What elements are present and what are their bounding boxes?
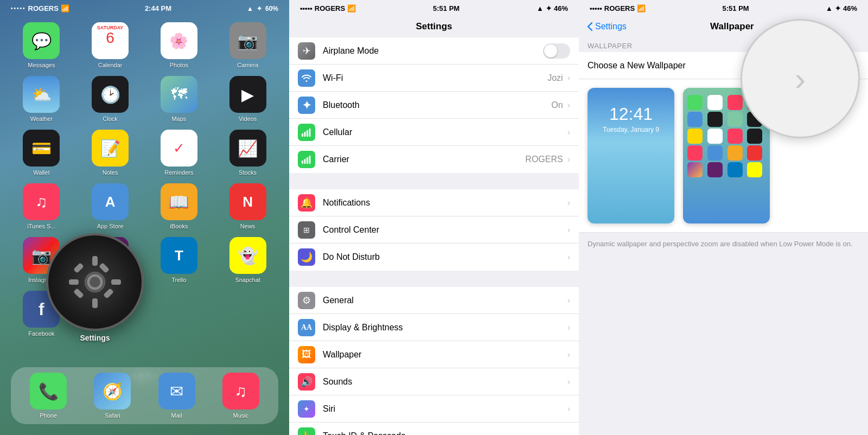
app-notes[interactable]: 📝 Notes bbox=[80, 130, 141, 176]
time-home: 2:44 PM bbox=[145, 4, 171, 12]
signal-icon-wp: ▲ bbox=[826, 4, 833, 12]
app-weather[interactable]: ⛅ Weather bbox=[11, 76, 72, 122]
svg-rect-13 bbox=[307, 130, 308, 137]
snapchat-icon: 👻 bbox=[229, 237, 266, 274]
control-center-icon: ⊞ bbox=[298, 221, 315, 239]
svg-rect-11 bbox=[302, 133, 303, 137]
carrier-settings: ROGERS bbox=[315, 4, 345, 12]
settings-row-cellular[interactable]: Cellular › bbox=[289, 119, 579, 146]
dnd-icon: 🌙 bbox=[298, 248, 315, 266]
safari-icon: 🧭 bbox=[94, 373, 131, 410]
mini-icon-15 bbox=[727, 145, 743, 161]
settings-row-notifications[interactable]: 🔔 Notifications › bbox=[289, 189, 579, 216]
mini-icon-12 bbox=[747, 129, 762, 144]
settings-status-bar: ••••• ROGERS 📶 5:51 PM ▲ ✦ 46% bbox=[289, 0, 579, 17]
dock-phone[interactable]: 📞 Phone bbox=[30, 373, 67, 419]
app-wallet[interactable]: 💳 Wallet bbox=[11, 130, 72, 176]
stocks-icon: 📈 bbox=[229, 130, 266, 167]
bluetooth-icon-home: ✦ bbox=[257, 5, 262, 12]
settings-row-general[interactable]: ⚙ General › bbox=[289, 287, 579, 314]
wifi-value: Jozi bbox=[547, 73, 563, 83]
wallet-icon: 💳 bbox=[23, 130, 60, 167]
mini-icon-11 bbox=[727, 129, 743, 144]
app-snapchat[interactable]: 👻 Snapchat bbox=[217, 237, 278, 283]
settings-row-dnd[interactable]: 🌙 Do Not Disturb › bbox=[289, 244, 579, 271]
app-appstore[interactable]: A App Store bbox=[80, 183, 141, 229]
signal-dots: ••••• bbox=[11, 5, 26, 11]
app-videos[interactable]: ▶ Videos bbox=[217, 76, 278, 122]
camera-icon: 📷 bbox=[229, 22, 266, 59]
app-photos[interactable]: 🌸 Photos bbox=[149, 22, 210, 68]
mini-icon-3 bbox=[727, 95, 743, 110]
wifi-chevron: › bbox=[567, 73, 570, 83]
app-itunes[interactable]: ♫ iTunes S... bbox=[11, 183, 72, 229]
battery-home: 60% bbox=[265, 5, 278, 12]
svg-rect-5 bbox=[73, 263, 84, 273]
dock-music[interactable]: ♫ Music bbox=[222, 373, 259, 419]
dock-mail[interactable]: ✉ Mail bbox=[158, 373, 195, 419]
settings-row-carrier[interactable]: Carrier ROGERS › bbox=[289, 146, 579, 173]
ibooks-icon: 📖 bbox=[161, 183, 197, 220]
bluetooth-label: Bluetooth bbox=[323, 100, 551, 110]
signal-dots-settings: ••••• bbox=[300, 4, 312, 12]
dnd-label: Do Not Disturb bbox=[323, 252, 567, 262]
general-label: General bbox=[323, 296, 567, 305]
wifi-icon: 📶 bbox=[61, 4, 69, 12]
phone-label: Phone bbox=[40, 412, 57, 419]
settings-row-control[interactable]: ⊞ Control Center › bbox=[289, 216, 579, 244]
app-reminders[interactable]: ✓ Reminders bbox=[149, 130, 210, 176]
wallpaper-icon: 🖼 bbox=[298, 346, 315, 363]
app-camera[interactable]: 📷 Camera bbox=[217, 22, 278, 68]
notifications-label: Notifications bbox=[323, 198, 567, 208]
app-messages[interactable]: 💬 Messages bbox=[11, 22, 72, 68]
settings-row-airplane[interactable]: ✈ Airplane Mode bbox=[289, 37, 579, 65]
news-icon: N bbox=[229, 183, 266, 220]
clock-label: Clock bbox=[103, 116, 118, 122]
settings-screen: ••••• ROGERS 📶 5:51 PM ▲ ✦ 46% Settings … bbox=[289, 0, 579, 435]
back-button[interactable]: Settings bbox=[588, 22, 627, 31]
settings-row-siri[interactable]: ✦ Siri › bbox=[289, 395, 579, 423]
svg-rect-16 bbox=[304, 159, 306, 164]
home-status-bar: ••••• ROGERS 📶 2:44 PM ▲ ✦ 60% bbox=[0, 0, 289, 17]
bluetooth-icon-wp: ✦ bbox=[835, 4, 841, 12]
section-gap-1 bbox=[289, 173, 579, 189]
app-ibooks[interactable]: 📖 iBooks bbox=[149, 183, 210, 229]
camera-label: Camera bbox=[237, 62, 258, 68]
app-trello[interactable]: T Trello bbox=[149, 237, 210, 283]
settings-row-display[interactable]: AA Display & Brightness › bbox=[289, 314, 579, 341]
settings-row-touchid[interactable]: 👆 Touch ID & Passcode › bbox=[289, 423, 579, 435]
airplane-toggle[interactable] bbox=[543, 43, 570, 59]
news-label: News bbox=[240, 223, 256, 229]
mini-icon-19 bbox=[727, 162, 743, 177]
ibooks-label: iBooks bbox=[170, 223, 188, 229]
dock-safari[interactable]: 🧭 Safari bbox=[94, 373, 131, 419]
mini-icon-7 bbox=[727, 112, 743, 127]
carrier-icon bbox=[298, 151, 315, 168]
settings-row-sounds[interactable]: 🔊 Sounds › bbox=[289, 368, 579, 395]
notes-icon: 📝 bbox=[92, 130, 129, 167]
app-news[interactable]: N News bbox=[217, 183, 278, 229]
reminders-label: Reminders bbox=[164, 169, 193, 176]
app-stocks[interactable]: 📈 Stocks bbox=[217, 130, 278, 176]
mini-icon-1 bbox=[687, 95, 703, 110]
cellular-icon bbox=[298, 124, 315, 141]
wifi-row-icon bbox=[298, 69, 315, 87]
settings-overlay[interactable]: Settings bbox=[46, 233, 144, 331]
settings-row-wifi[interactable]: Wi-Fi Jozi › bbox=[289, 65, 579, 92]
signal-icon: ▲ bbox=[247, 5, 253, 12]
mini-icon-5 bbox=[687, 112, 703, 127]
app-calendar[interactable]: Saturday 6 Calendar bbox=[80, 22, 141, 68]
settings-row-bluetooth[interactable]: ✦ Bluetooth On › bbox=[289, 92, 579, 119]
svg-rect-8 bbox=[73, 288, 84, 299]
photos-label: Photos bbox=[170, 62, 188, 68]
lockscreen-preview[interactable]: 12:41 Tuesday, January 9 bbox=[588, 88, 674, 223]
wifi-icon-wp: 📶 bbox=[637, 4, 646, 12]
airplane-label: Airplane Mode bbox=[323, 46, 543, 56]
app-maps[interactable]: 🗺 Maps bbox=[149, 76, 210, 122]
music-icon: ♫ bbox=[222, 373, 259, 410]
app-clock[interactable]: 🕑 Clock bbox=[80, 76, 141, 122]
photos-icon: 🌸 bbox=[161, 22, 197, 59]
wifi-label: Wi-Fi bbox=[323, 73, 547, 83]
settings-row-wallpaper[interactable]: 🖼 Wallpaper › bbox=[289, 341, 579, 368]
magnifier-circle-wallpaper: › bbox=[741, 19, 860, 138]
